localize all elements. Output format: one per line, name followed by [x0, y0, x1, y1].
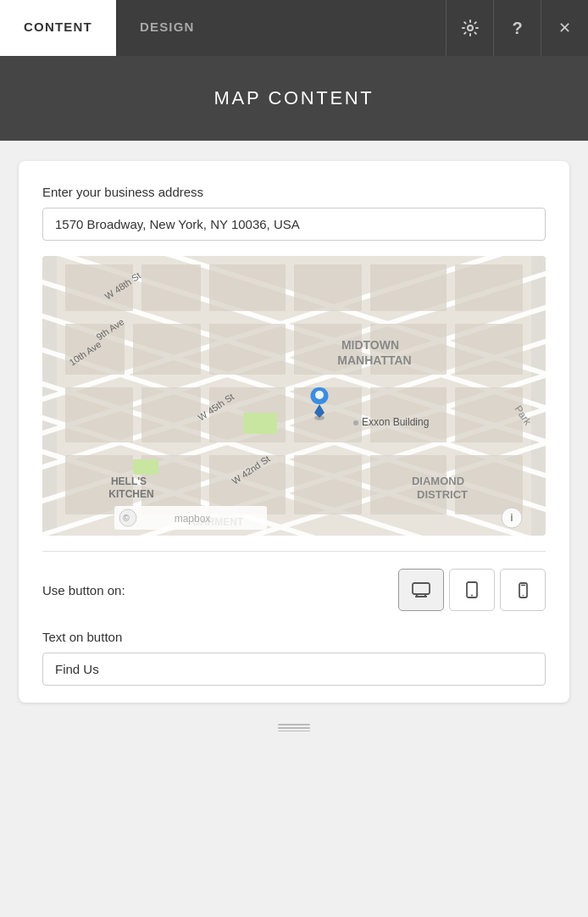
tab-content[interactable]: CONTENT — [0, 0, 116, 56]
address-label: Enter your business address — [42, 185, 546, 199]
svg-point-54 — [471, 595, 473, 597]
tablet-icon — [466, 581, 478, 598]
main-content: Enter your business address — [0, 141, 588, 917]
use-button-label: Use button on: — [42, 583, 398, 597]
svg-rect-19 — [209, 264, 286, 311]
divider — [42, 551, 546, 552]
tab-spacer — [219, 0, 446, 56]
diamond-label: DIAMOND — [412, 475, 464, 487]
svg-rect-42 — [133, 459, 158, 475]
svg-rect-41 — [243, 413, 277, 434]
section-header: MAP CONTENT — [0, 56, 588, 141]
exxon-label: Exxon Building — [362, 416, 429, 428]
svg-rect-40 — [455, 455, 523, 514]
tab-design[interactable]: DESIGN — [116, 0, 219, 56]
mobile-icon — [519, 582, 528, 598]
svg-rect-21 — [370, 264, 447, 311]
svg-rect-28 — [455, 324, 523, 375]
svg-rect-18 — [141, 264, 201, 311]
map-container: W 48th St 9th Ave 10th Ave W 45th St W 4… — [42, 256, 546, 536]
hells-kitchen-label: HELL'S — [111, 475, 147, 487]
midtown-label: MIDTOWN — [341, 338, 399, 352]
use-button-row: Use button on: — [42, 569, 546, 611]
district-label: DISTRICT — [417, 488, 468, 501]
svg-point-56 — [522, 594, 524, 596]
svg-point-0 — [468, 25, 473, 31]
mobile-btn[interactable] — [500, 569, 546, 611]
mapbox-label: mapbox — [175, 513, 211, 525]
section-title: MAP CONTENT — [214, 87, 374, 109]
kitchen-label: KITCHEN — [108, 488, 153, 500]
svg-rect-34 — [455, 387, 523, 442]
desktop-btn[interactable] — [398, 569, 444, 611]
svg-text:i: i — [510, 512, 513, 524]
exxon-dot — [353, 420, 358, 425]
svg-rect-24 — [133, 324, 201, 375]
drag-handle-icon — [277, 716, 311, 736]
drag-handle[interactable] — [277, 703, 311, 742]
svg-rect-25 — [209, 324, 286, 375]
svg-rect-30 — [141, 387, 201, 442]
svg-rect-49 — [413, 583, 430, 594]
svg-rect-38 — [294, 455, 362, 514]
address-input[interactable] — [42, 208, 546, 241]
device-buttons — [398, 569, 546, 611]
map-svg: W 48th St 9th Ave 10th Ave W 45th St W 4… — [42, 256, 546, 536]
gear-icon — [461, 19, 480, 37]
tab-icons: ? ✕ — [446, 0, 588, 56]
help-button[interactable]: ? — [493, 0, 541, 56]
tablet-btn[interactable] — [449, 569, 495, 611]
tab-content-label: CONTENT — [24, 19, 92, 34]
gear-button[interactable] — [446, 0, 493, 56]
svg-point-44 — [315, 391, 324, 399]
desktop-icon — [412, 582, 430, 597]
close-icon: ✕ — [558, 19, 571, 37]
button-text-input[interactable] — [42, 653, 546, 686]
tab-bar: CONTENT DESIGN ? ✕ — [0, 0, 588, 56]
svg-rect-20 — [294, 264, 362, 311]
svg-rect-29 — [65, 387, 133, 442]
svg-rect-33 — [370, 387, 447, 442]
svg-rect-37 — [209, 455, 286, 514]
close-button[interactable]: ✕ — [541, 0, 588, 56]
svg-text:©: © — [123, 514, 130, 523]
text-on-button-label: Text on button — [42, 630, 546, 644]
manhattan-label: MANHATTAN — [337, 353, 411, 367]
content-card: Enter your business address — [19, 161, 569, 703]
question-icon: ? — [512, 19, 522, 38]
svg-rect-22 — [455, 264, 523, 311]
tab-design-label: DESIGN — [140, 19, 195, 34]
